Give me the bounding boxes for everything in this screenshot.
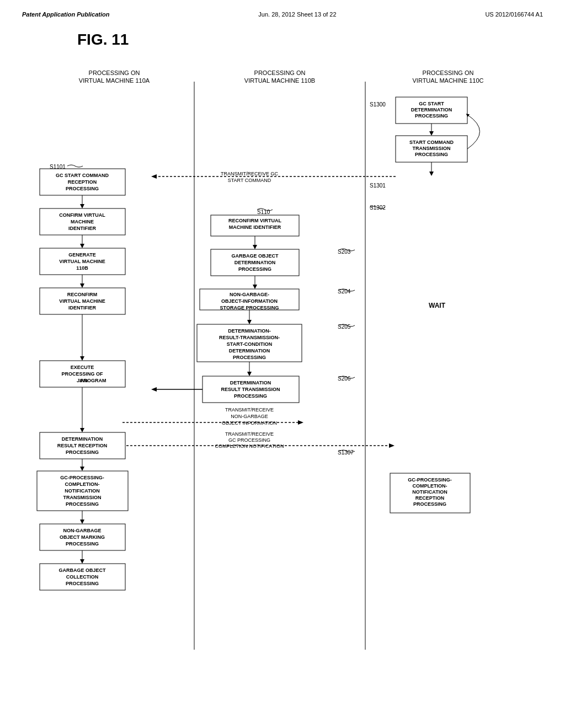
svg-text:START COMMAND: START COMMAND (409, 140, 454, 145)
svg-text:VIRTUAL MACHINE: VIRTUAL MACHINE (59, 298, 105, 304)
svg-marker-88 (80, 204, 84, 208)
svg-text:RESULT RECEPTION: RESULT RECEPTION (57, 443, 107, 448)
svg-text:PROCESSING ON: PROCESSING ON (423, 69, 474, 76)
diagram-svg: PROCESSING ON VIRTUAL MACHINE 110A PROCE… (29, 65, 536, 661)
svg-text:EXECUTE: EXECUTE (71, 365, 94, 370)
svg-text:VIRTUAL MACHINE 110C: VIRTUAL MACHINE 110C (413, 77, 484, 84)
svg-text:PROCESSING: PROCESSING (66, 581, 99, 586)
svg-text:IDENTIFIER: IDENTIFIER (68, 226, 97, 231)
svg-text:DETERMINATION: DETERMINATION (229, 348, 270, 354)
svg-text:GC-PROCESSING-: GC-PROCESSING- (60, 475, 104, 480)
svg-text:START-CONDITION: START-CONDITION (227, 341, 272, 347)
svg-marker-31 (151, 174, 157, 179)
svg-text:DETERMINATION: DETERMINATION (62, 436, 103, 442)
svg-text:RECEPTION: RECEPTION (68, 179, 97, 185)
header-patent-number: US 2012/0166744 A1 (485, 11, 543, 18)
svg-text:PROCESSING: PROCESSING (415, 113, 448, 119)
svg-text:STORAGE PROCESSING: STORAGE PROCESSING (220, 305, 279, 311)
svg-text:PROCESSING: PROCESSING (66, 449, 99, 455)
svg-marker-124 (80, 467, 84, 471)
svg-text:S1300: S1300 (370, 101, 386, 108)
svg-text:NON-GARBAGE: NON-GARBAGE (231, 414, 268, 419)
svg-text:TRANSMISSION: TRANSMISSION (63, 495, 101, 500)
svg-text:PROGRAM: PROGRAM (81, 378, 106, 383)
svg-text:VIRTUAL MACHINE 110A: VIRTUAL MACHINE 110A (79, 77, 150, 84)
svg-text:S110: S110 (257, 209, 270, 215)
svg-text:GARBAGE OBJECT: GARBAGE OBJECT (58, 568, 106, 573)
svg-text:CONFIRM VIRTUAL: CONFIRM VIRTUAL (59, 212, 105, 218)
svg-text:COMPLETION-: COMPLETION- (65, 481, 100, 487)
svg-text:OBJECT-INFORMATION: OBJECT-INFORMATION (221, 298, 278, 304)
svg-marker-40 (253, 245, 257, 249)
svg-text:GARBAGE OBJECT: GARBAGE OBJECT (231, 253, 279, 259)
page-header: Patent Application Publication Jun. 28, … (22, 11, 543, 20)
svg-text:VIRTUAL MACHINE 110B: VIRTUAL MACHINE 110B (244, 77, 315, 84)
figure-title: FIG. 11 (77, 31, 543, 49)
page: Patent Application Publication Jun. 28, … (0, 0, 565, 728)
svg-marker-54 (247, 320, 252, 324)
svg-text:NOTIFICATION: NOTIFICATION (412, 489, 447, 495)
svg-text:PROCESSING: PROCESSING (66, 186, 99, 191)
svg-text:PROCESSING: PROCESSING (415, 152, 448, 157)
svg-text:GC-PROCESSING-: GC-PROCESSING- (408, 477, 452, 483)
svg-text:COMPLETION-: COMPLETION- (413, 483, 447, 489)
svg-text:WAIT: WAIT (429, 302, 446, 309)
svg-text:TRANSMIT/RECEIVE: TRANSMIT/RECEIVE (225, 431, 274, 437)
svg-text:RESULT TRANSMISSION: RESULT TRANSMISSION (221, 387, 280, 392)
svg-marker-47 (253, 285, 257, 289)
svg-marker-133 (80, 520, 84, 524)
svg-text:RECONFIRM: RECONFIRM (67, 292, 98, 297)
svg-text:MACHINE IDENTIFIER: MACHINE IDENTIFIER (229, 224, 281, 230)
svg-text:PROCESSING: PROCESSING (234, 393, 267, 399)
svg-text:MACHINE: MACHINE (71, 219, 94, 224)
svg-marker-102 (80, 283, 84, 288)
svg-text:S1301: S1301 (370, 183, 386, 189)
svg-text:DETERMINATION: DETERMINATION (230, 380, 271, 386)
svg-text:GC START COMMAND: GC START COMMAND (56, 173, 109, 178)
header-publication: Patent Application Publication (22, 11, 110, 18)
svg-text:DETERMINATION-: DETERMINATION- (228, 328, 270, 334)
svg-marker-95 (80, 244, 84, 248)
svg-text:NOTIFICATION: NOTIFICATION (65, 488, 99, 494)
svg-text:GC PROCESSING: GC PROCESSING (228, 437, 270, 443)
diagram-area: PROCESSING ON VIRTUAL MACHINE 110A PROCE… (29, 65, 536, 661)
svg-text:GENERATE: GENERATE (68, 252, 95, 258)
svg-text:PROCESSING: PROCESSING (238, 266, 271, 272)
svg-text:RESULT-TRANSMISSION-: RESULT-TRANSMISSION- (219, 335, 280, 340)
svg-marker-14 (429, 131, 434, 136)
svg-marker-109 (80, 356, 84, 361)
svg-text:START COMMAND: START COMMAND (228, 178, 271, 183)
svg-text:TRANSMIT/RECEIVE GC: TRANSMIT/RECEIVE GC (221, 171, 279, 176)
svg-text:GC START: GC START (419, 101, 444, 106)
svg-text:DETERMINATION: DETERMINATION (411, 107, 452, 113)
svg-text:IDENTIFIER: IDENTIFIER (68, 305, 97, 311)
svg-text:TRANSMISSION: TRANSMISSION (412, 146, 450, 151)
svg-marker-80 (389, 443, 395, 448)
svg-text:COMPLETION NOTIFICATION: COMPLETION NOTIFICATION (215, 443, 284, 449)
svg-text:PROCESSING ON: PROCESSING ON (254, 69, 306, 76)
svg-text:VIRTUAL MACHINE: VIRTUAL MACHINE (59, 259, 105, 264)
svg-text:OBJECT MARKING: OBJECT MARKING (60, 534, 105, 540)
svg-marker-140 (80, 559, 84, 564)
svg-text:RECEPTION: RECEPTION (415, 495, 445, 501)
svg-text:RECONFIRM VIRTUAL: RECONFIRM VIRTUAL (228, 218, 281, 223)
svg-text:COLLECTION: COLLECTION (66, 574, 99, 580)
svg-marker-70 (151, 387, 157, 392)
svg-text:OBJECT INFORMATION: OBJECT INFORMATION (222, 420, 277, 426)
svg-text:TRANSMIT/RECEIVE: TRANSMIT/RECEIVE (225, 407, 274, 413)
svg-marker-117 (80, 428, 84, 432)
svg-text:PROCESSING: PROCESSING (413, 501, 446, 507)
svg-marker-75 (298, 420, 303, 425)
svg-text:PROCESSING: PROCESSING (66, 501, 99, 507)
svg-text:NON-GARBAGE-: NON-GARBAGE- (230, 292, 269, 297)
svg-marker-20 (429, 172, 434, 176)
svg-text:PROCESSING: PROCESSING (66, 541, 99, 547)
svg-text:PROCESSING: PROCESSING (233, 355, 266, 360)
svg-text:DETERMINATION: DETERMINATION (234, 260, 275, 265)
header-date-sheet: Jun. 28, 2012 Sheet 13 of 22 (258, 11, 336, 18)
svg-text:NON-GARBAGE: NON-GARBAGE (63, 528, 102, 533)
svg-text:PROCESSING ON: PROCESSING ON (89, 69, 140, 76)
svg-text:PROCESSING OF: PROCESSING OF (61, 371, 103, 377)
svg-marker-63 (247, 372, 252, 376)
svg-text:110B: 110B (76, 265, 88, 271)
